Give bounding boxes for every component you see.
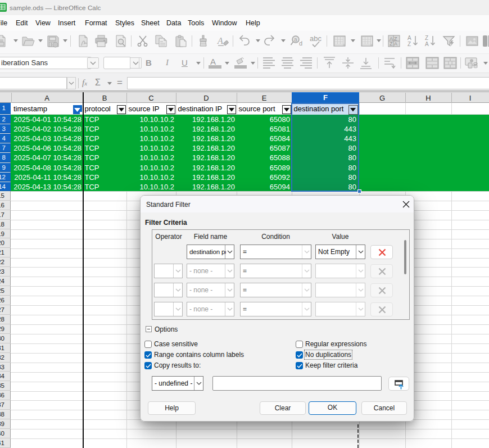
svg-text:abc: abc <box>310 34 322 43</box>
svg-text:Z: Z <box>425 35 428 41</box>
svg-text:Z: Z <box>390 41 393 47</box>
svg-text:A: A <box>425 41 429 47</box>
svg-text:Z: Z <box>408 41 411 47</box>
svg-text:A: A <box>217 36 223 46</box>
svg-text:a: a <box>294 37 297 43</box>
svg-text:A: A <box>394 41 397 47</box>
svg-text:d: d <box>299 40 302 47</box>
svg-text:A: A <box>408 35 411 41</box>
